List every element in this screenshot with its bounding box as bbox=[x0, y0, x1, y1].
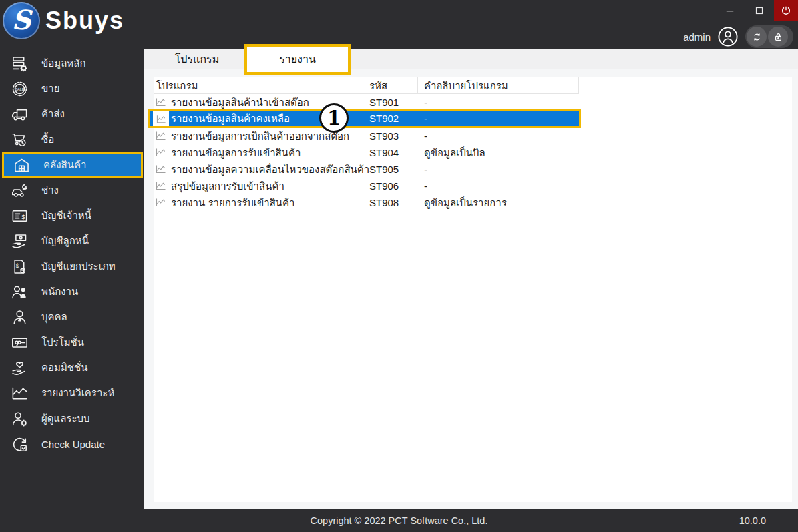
report-code: ST904 bbox=[369, 144, 399, 161]
report-description: - bbox=[424, 161, 427, 178]
user-area: admin bbox=[683, 25, 793, 48]
report-row-ST902[interactable]: รายงานข้อมูลสินค้าคงเหลือST902-1 bbox=[154, 111, 792, 127]
warehouse-icon bbox=[11, 155, 31, 175]
report-row-ST904[interactable]: รายงานข้อมูลการรับเข้าสินค้าST904ดูข้อมู… bbox=[154, 144, 792, 161]
sidebar-item-label: Check Update bbox=[41, 439, 105, 450]
column-header: รหัส bbox=[369, 77, 387, 94]
minimize-button[interactable] bbox=[715, 0, 745, 21]
sidebar-item-inventory[interactable]: คลังสินค้า bbox=[2, 152, 143, 178]
report-description: ดูข้อมูลเป็นรายการ bbox=[424, 194, 507, 211]
report-name: รายงานข้อมูลการเบิกสินค้าออกจากสต๊อก bbox=[171, 127, 349, 144]
refresh-icon bbox=[751, 31, 763, 43]
sidebar-item-label: บัญชีลูกหนี้ bbox=[41, 233, 89, 249]
report-name: รายงาน รายการรับเข้าสินค้า bbox=[171, 194, 295, 211]
tab-program[interactable]: โปรแกรม bbox=[148, 49, 246, 69]
refresh-button[interactable] bbox=[747, 27, 767, 47]
sidebar-item-employees[interactable]: พนักงาน bbox=[0, 279, 144, 304]
hand-money-icon bbox=[9, 231, 29, 251]
user-gear-icon bbox=[9, 409, 29, 429]
report-description: - bbox=[424, 127, 427, 144]
report-chart-icon bbox=[155, 97, 167, 107]
report-row-ST903[interactable]: รายงานข้อมูลการเบิกสินค้าออกจากสต๊อกST90… bbox=[154, 127, 792, 144]
sidebar-item-sale[interactable]: SALEขาย bbox=[0, 76, 144, 101]
step-1-badge: 1 bbox=[319, 103, 349, 133]
report-chart-icon bbox=[155, 164, 167, 174]
report-row-ST906[interactable]: สรุปข้อมูลการรับเข้าสินค้าST906- bbox=[154, 178, 792, 194]
ledger-icon: $ bbox=[9, 256, 29, 276]
report-code: ST901 bbox=[369, 94, 399, 111]
master-data-icon bbox=[9, 53, 29, 73]
svg-text:SALE: SALE bbox=[15, 87, 24, 91]
sidebar-item-general-ledger[interactable]: $บัญชีแยกประเภท bbox=[0, 254, 144, 279]
sidebar-item-label: ผู้ดูแลระบบ bbox=[41, 411, 90, 427]
lock-icon bbox=[773, 31, 784, 43]
minimize-icon bbox=[724, 5, 736, 17]
sidebar-item-persons[interactable]: บุคคล bbox=[0, 304, 144, 330]
sidebar-item-label: คลังสินค้า bbox=[43, 157, 86, 173]
report-name: รายงานข้อมูลสินค้าคงเหลือ bbox=[171, 111, 290, 126]
tab-strip: โปรแกรมรายงาน bbox=[144, 49, 798, 69]
lock-button[interactable] bbox=[768, 27, 788, 47]
power-icon bbox=[780, 5, 792, 17]
sidebar-item-master-data[interactable]: ข้อมูลหลัก bbox=[0, 51, 144, 76]
sidebar-item-label: ขาย bbox=[41, 81, 59, 97]
report-chart-icon bbox=[155, 130, 167, 141]
sidebar-item-commission[interactable]: คอมมิชชั่น bbox=[0, 355, 144, 380]
column-header: คำอธิบายโปรแกรม bbox=[424, 77, 508, 94]
sidebar-item-label: บัญชีแยกประเภท bbox=[41, 258, 116, 274]
sidebar-item-wholesale[interactable]: ค้าส่ง bbox=[0, 101, 144, 127]
report-list-panel: โปรแกรมรหัสคำอธิบายโปรแกรม รายงานข้อมูลส… bbox=[154, 77, 792, 502]
sidebar-item-label: ค้าส่ง bbox=[41, 106, 65, 122]
report-code: ST903 bbox=[369, 127, 399, 144]
title-bar: S Sbuys admin bbox=[0, 0, 798, 49]
report-name: รายงานข้อมูลสินค้านำเข้าสต๊อก bbox=[171, 94, 309, 111]
avatar-icon[interactable] bbox=[717, 26, 739, 47]
sidebar-item-analysis-report[interactable]: รายงานวิเคราะห์ bbox=[0, 380, 144, 406]
sale-badge-icon: SALE bbox=[9, 79, 29, 99]
report-row-ST908[interactable]: รายงาน รายการรับเข้าสินค้าST908ดูข้อมูลเ… bbox=[154, 194, 792, 211]
report-code: ST906 bbox=[369, 178, 399, 194]
maximize-button[interactable] bbox=[745, 0, 774, 21]
report-chart-icon bbox=[155, 180, 167, 191]
sidebar-item-mechanic[interactable]: ช่าง bbox=[0, 178, 144, 203]
svg-text:$: $ bbox=[21, 212, 25, 220]
sidebar-item-accounts-payable[interactable]: $บัญชีเจ้าหนี้ bbox=[0, 203, 144, 228]
column-divider bbox=[578, 77, 579, 94]
sidebar-item-promotion[interactable]: โปรโมชั่น bbox=[0, 330, 144, 355]
sidebar-item-label: พนักงาน bbox=[41, 284, 78, 300]
username-label: admin bbox=[683, 31, 711, 43]
car-wrench-icon bbox=[9, 180, 29, 200]
maximize-icon bbox=[753, 5, 765, 17]
sidebar-item-administrator[interactable]: ผู้ดูแลระบบ bbox=[0, 406, 144, 431]
column-header: โปรแกรม bbox=[156, 77, 198, 94]
report-chart-icon bbox=[155, 197, 167, 208]
sidebar-item-purchase[interactable]: ซื้อ bbox=[0, 127, 144, 152]
report-code: ST902 bbox=[369, 111, 399, 126]
sidebar-item-check-update[interactable]: Check Update bbox=[0, 431, 144, 457]
sidebar-item-label: บุคคล bbox=[41, 309, 67, 325]
window-controls bbox=[715, 0, 798, 21]
selected-report-row[interactable]: รายงานข้อมูลสินค้าคงเหลือST902- bbox=[148, 109, 581, 128]
sidebar-item-accounts-receivable[interactable]: บัญชีลูกหนี้ bbox=[0, 228, 144, 254]
report-chart-icon bbox=[155, 147, 167, 158]
power-button[interactable] bbox=[774, 0, 798, 21]
cart-clock-icon bbox=[9, 129, 29, 150]
report-row-ST905[interactable]: รายงานข้อมูลความเคลื่อนไหวของสต๊อกสินค้า… bbox=[154, 161, 792, 178]
report-description: - bbox=[424, 94, 427, 111]
app-logo: S Sbuys bbox=[3, 2, 124, 39]
sidebar-item-label: ซื้อ bbox=[41, 131, 54, 148]
sidebar: ข้อมูลหลักSALEขายค้าส่งซื้อคลังสินค้าช่า… bbox=[0, 49, 144, 509]
sidebar-item-label: โปรโมชั่น bbox=[41, 334, 84, 350]
report-chart-icon bbox=[153, 111, 169, 126]
brand-name: Sbuys bbox=[45, 7, 124, 35]
tab-report[interactable]: รายงาน bbox=[244, 44, 351, 75]
invoice-icon: $ bbox=[9, 206, 29, 226]
report-code: ST908 bbox=[369, 194, 399, 211]
status-bar: Copyright © 2022 PCT Software Co., Ltd. … bbox=[0, 509, 798, 532]
report-description: - bbox=[424, 178, 427, 194]
report-name: รายงานข้อมูลความเคลื่อนไหวของสต๊อกสินค้า bbox=[171, 161, 369, 178]
coupon-icon bbox=[9, 332, 29, 352]
report-row-ST901[interactable]: รายงานข้อมูลสินค้านำเข้าสต๊อกST901- bbox=[154, 94, 792, 111]
sidebar-item-label: บัญชีเจ้าหนี้ bbox=[41, 208, 91, 224]
sync-check-icon bbox=[9, 434, 29, 454]
